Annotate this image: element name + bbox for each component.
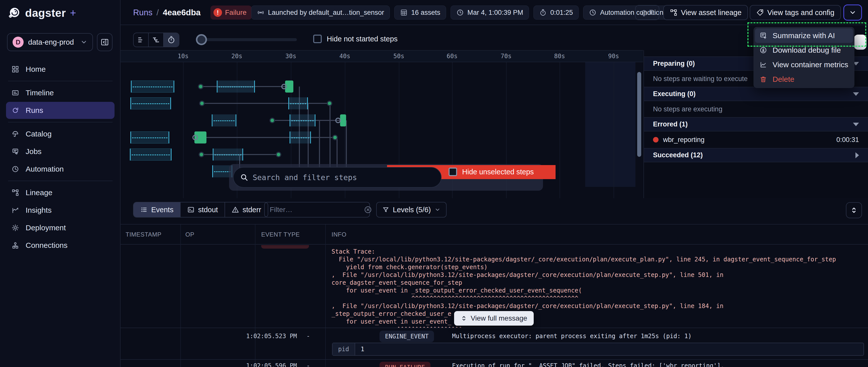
gantt-waterfall-view-button[interactable]	[149, 33, 164, 47]
levels-filter-button[interactable]: Levels (5/6)	[376, 202, 446, 218]
tab-stderr[interactable]: stderr	[225, 202, 268, 217]
gantt-step-bar-planned[interactable]	[130, 97, 171, 109]
gantt-flat-view-button[interactable]	[134, 33, 149, 47]
steps-section-header-executing[interactable]: Executing (0)	[644, 87, 868, 101]
gantt-step-bar-planned[interactable]	[130, 148, 172, 161]
log-tabs: Eventsstdoutstderr	[133, 202, 268, 218]
hide-unselected-control: Hide unselected steps	[448, 168, 534, 176]
gantt-view-mode-group	[133, 33, 179, 47]
run-actions-menu-button[interactable]	[843, 4, 862, 21]
lineage-icon	[11, 189, 19, 196]
sidebar-item-lineage[interactable]: Lineage	[6, 184, 115, 201]
insights-icon	[11, 206, 19, 214]
lineage-icon	[670, 9, 677, 16]
event-op: -	[306, 333, 310, 340]
sidebar-item-catalog[interactable]: Catalog	[6, 126, 115, 142]
gantt-timed-view-button[interactable]	[164, 33, 179, 47]
gantt-step-bar-ghost[interactable]	[289, 114, 315, 127]
metadata-key: pid	[333, 343, 355, 355]
deployment-avatar: D	[12, 37, 24, 48]
clear-filter-icon[interactable]	[364, 206, 372, 214]
column-header-info: INFO	[332, 231, 346, 238]
dependency-node	[327, 101, 332, 106]
sidebar-item-connections[interactable]: Connections	[6, 237, 115, 254]
sidebar-item-home[interactable]: Home	[6, 61, 115, 78]
gantt-zoom-slider-track[interactable]	[198, 38, 297, 41]
gantt-step-bar-planned[interactable]	[130, 131, 169, 143]
sidebar-item-timeline[interactable]: Timeline	[6, 84, 115, 101]
event-timestamp: 1:02:05.596 PM	[246, 362, 297, 367]
breadcrumb: Runs / 4eae6dba	[133, 0, 201, 25]
axis-tick: 60s	[446, 53, 457, 60]
chip-label: Mar 4, 1:00:39 PM	[467, 9, 523, 16]
sidebar-collapse-button[interactable]	[97, 33, 113, 51]
step-search-input[interactable]	[253, 173, 434, 182]
tab-events[interactable]: Events	[134, 202, 181, 217]
dependency-node	[276, 152, 281, 157]
menu-item-view-container-metrics[interactable]: View container metrics	[755, 58, 853, 72]
sidebar-item-insights[interactable]: Insights	[6, 202, 115, 219]
steps-section-header-errored[interactable]: Errored (1)	[644, 117, 868, 131]
gantt-step-bar-planned[interactable]	[131, 80, 174, 93]
run-chip-assets-grid: 16 assets	[394, 5, 446, 20]
expand-log-panel-button[interactable]	[846, 202, 862, 218]
gantt-step-bar-ghost[interactable]	[289, 131, 311, 143]
stack-trace-line: , File "/usr/local/lib/python3.12/site-p…	[332, 271, 864, 279]
gantt-step-bar-ghost[interactable]	[212, 114, 236, 127]
hide-not-started-label: Hide not started steps	[327, 35, 398, 43]
dagster-octopus-icon	[7, 6, 22, 20]
dependency-node	[199, 152, 204, 157]
sidebar-item-label: Timeline	[26, 89, 54, 97]
view-asset-lineage-button[interactable]: View asset lineage	[663, 5, 748, 20]
gantt-scrollbar[interactable]	[637, 72, 641, 157]
connections-icon	[11, 241, 19, 249]
tab-label: stderr	[243, 206, 261, 214]
sidebar-item-label: Catalog	[26, 130, 52, 138]
view-tags-config-label: View tags and config	[767, 8, 834, 17]
gantt-time-axis: 10s20s30s40s50s60s70s80s90s	[121, 50, 643, 62]
view-tags-config-button[interactable]: View tags and config	[750, 5, 841, 20]
stack-trace-line: for user_event in user_event_	[332, 318, 864, 326]
levels-label: Levels (5/6)	[393, 206, 431, 214]
sidebar-item-runs[interactable]: Runs	[6, 102, 115, 119]
sidebar-item-label: Home	[26, 65, 46, 73]
breadcrumb-run-id: 4eae6dba	[163, 8, 200, 17]
sidebar-item-automation[interactable]: Automation	[6, 161, 115, 177]
deployment-switcher[interactable]: D data-eng-prod	[7, 33, 93, 51]
view-full-message-button[interactable]: View full message	[454, 311, 534, 326]
notifications-button[interactable]: 0	[635, 5, 659, 20]
gantt-step-bar-done[interactable]	[340, 114, 346, 127]
step-row-wbr_reporting[interactable]: wbr_reporting0:00:31	[644, 131, 868, 148]
hide-unselected-checkbox[interactable]	[448, 168, 457, 176]
gantt-step-bar-ghost[interactable]	[213, 148, 243, 161]
steps-section-title: Executing (0)	[653, 90, 696, 98]
column-header-event-type: EVENT TYPE	[261, 231, 300, 238]
sidebar-item-deployment[interactable]: Deployment	[6, 219, 115, 236]
log-filter-input[interactable]	[270, 206, 361, 214]
runs-icon	[11, 107, 19, 114]
event-op: -	[306, 362, 310, 367]
reexecute-button-fragment[interactable]	[854, 35, 867, 50]
stack-trace: Stack Trace: File "/usr/local/lib/python…	[332, 248, 864, 328]
breadcrumb-runs-link[interactable]: Runs	[133, 8, 152, 17]
stack-trace-line: yield from check.generator(step_events)	[332, 263, 864, 271]
hide-not-started-checkbox[interactable]	[313, 35, 322, 43]
hide-unselected-label: Hide unselected steps	[462, 168, 534, 176]
updown-icon	[461, 315, 467, 322]
run-chip-clock: Mar 4, 1:00:39 PM	[451, 5, 529, 20]
dependency-node	[281, 84, 287, 89]
menu-item-summarize-with-ai[interactable]: Summarize with AI	[755, 28, 853, 43]
search-icon	[240, 173, 248, 181]
steps-section-header-succeeded[interactable]: Succeeded (12)	[644, 148, 868, 162]
sidebar-divider	[8, 81, 113, 81]
menu-item-download-debug-file[interactable]: Download debug file	[755, 43, 853, 58]
tab-stdout[interactable]: stdout	[181, 202, 225, 217]
sidebar-item-label: Lineage	[26, 189, 53, 197]
gantt-zoom-slider-thumb[interactable]	[196, 34, 207, 45]
gantt-step-bar-ghost[interactable]	[217, 80, 255, 93]
menu-item-delete[interactable]: Delete	[755, 72, 853, 87]
gantt-viewport-highlight	[585, 62, 636, 187]
app-logo[interactable]: dagster +	[0, 0, 120, 20]
gantt-step-bar-ghost[interactable]	[288, 97, 308, 109]
sidebar-item-jobs[interactable]: Jobs	[6, 143, 115, 160]
